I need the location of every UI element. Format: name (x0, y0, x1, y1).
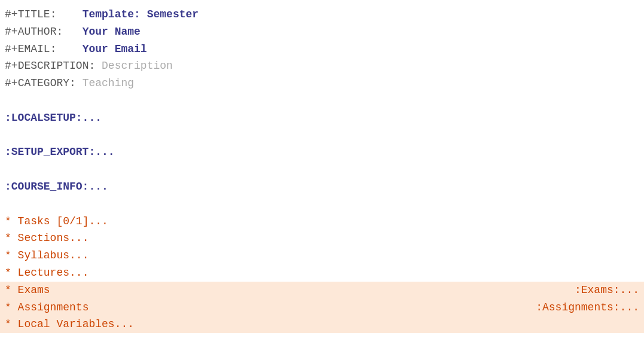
exams-tag: :Exams:... (575, 282, 639, 299)
desc-key: DESCRIPTION: (18, 57, 102, 75)
assignments-star: * (5, 299, 18, 316)
email-plus: + (11, 41, 18, 58)
cat-plus: + (11, 75, 18, 92)
email-key: EMAIL: (18, 41, 83, 58)
setupexport-text: :SETUP_EXPORT:... (5, 144, 115, 161)
desc-value: Description (102, 57, 173, 75)
assignments-line: * Assignments :Assignments:... (0, 299, 644, 316)
title-hash: # (5, 6, 11, 23)
title-key: TITLE: (18, 6, 83, 23)
localvars-line: * Local Variables... (0, 316, 644, 333)
cat-hash: # (5, 75, 11, 92)
sections-star: * (5, 230, 18, 247)
sections-text: Sections... (18, 230, 89, 247)
syllabus-line: * Syllabus... (0, 247, 644, 264)
title-value: Template: Semester (83, 6, 199, 23)
lectures-text: Lectures... (18, 264, 89, 282)
editor: #+TITLE: Template: Semester #+AUTHOR: Yo… (0, 0, 644, 363)
author-line: #+AUTHOR: Your Name (0, 23, 644, 41)
tasks-text: Tasks [0/1]... (18, 213, 108, 230)
desc-hash: # (5, 57, 11, 75)
category-line: #+CATEGORY: Teaching (0, 75, 644, 92)
empty-4 (0, 196, 644, 213)
empty-1 (0, 92, 644, 109)
author-hash: # (5, 23, 11, 41)
courseinfo-text: :COURSE_INFO:... (5, 178, 108, 196)
email-hash: # (5, 41, 11, 58)
author-value: Your Name (83, 23, 141, 41)
syllabus-text: Syllabus... (18, 247, 89, 264)
cat-key: CATEGORY: (18, 75, 83, 92)
empty-2 (0, 127, 644, 144)
exams-line: * Exams :Exams:... (0, 282, 644, 299)
tasks-star: * (5, 213, 18, 230)
description-line: #+DESCRIPTION: Description (0, 57, 644, 75)
localvars-text: Local Variables... (18, 316, 134, 333)
localvars-star: * (5, 316, 18, 333)
assignments-tag: :Assignments:... (536, 299, 639, 316)
assignments-text: Assignments (18, 299, 89, 316)
lectures-star: * (5, 264, 18, 282)
tasks-line: * Tasks [0/1]... (0, 213, 644, 230)
email-value: Your Email (83, 41, 147, 58)
exams-text: Exams (18, 282, 50, 299)
author-key: AUTHOR: (18, 23, 83, 41)
syllabus-star: * (5, 247, 18, 264)
setupexport-line: :SETUP_EXPORT:... (0, 144, 644, 161)
title-plus: + (11, 6, 18, 23)
localsetup-line: :LOCALSETUP:... (0, 109, 644, 127)
title-line: #+TITLE: Template: Semester (0, 6, 644, 23)
localsetup-text: :LOCALSETUP:... (5, 109, 102, 127)
empty-3 (0, 161, 644, 178)
sections-line: * Sections... (0, 230, 644, 247)
courseinfo-line: :COURSE_INFO:... (0, 178, 644, 196)
exams-star: * (5, 282, 18, 299)
lectures-line: * Lectures... (0, 264, 644, 282)
email-line: #+EMAIL: Your Email (0, 41, 644, 58)
cat-value: Teaching (83, 75, 134, 92)
desc-plus: + (11, 57, 18, 75)
author-plus: + (11, 23, 18, 41)
